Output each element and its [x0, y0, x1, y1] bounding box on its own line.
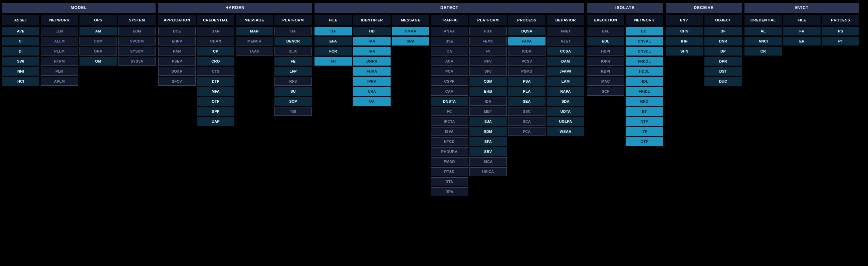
cell-cts[interactable]: CTS — [197, 67, 235, 76]
cell-uap[interactable]: UAP — [197, 117, 235, 126]
cell-dnsdl[interactable]: DNSDL — [626, 47, 663, 56]
cell-ps[interactable]: PS — [822, 27, 859, 35]
cell-dtp[interactable]: DTP — [197, 77, 235, 86]
cell-rapa[interactable]: RAPA — [547, 87, 584, 96]
cell-scf[interactable]: SCF — [587, 87, 624, 96]
column-header[interactable]: FILE — [314, 15, 352, 25]
cell-da[interactable]: DA — [314, 27, 352, 35]
cell-pfv[interactable]: PFV — [469, 57, 507, 65]
cell-sysva[interactable]: SYSVA — [118, 57, 156, 65]
cell-fapa[interactable]: FAPA — [508, 37, 546, 46]
cell-ntf[interactable]: NTF — [626, 117, 663, 126]
cell-er[interactable]: ER — [783, 37, 820, 46]
cell-sica[interactable]: SICA — [469, 157, 507, 166]
cell-pla[interactable]: PLA — [508, 87, 546, 96]
cell-fv[interactable]: FV — [469, 47, 507, 56]
cell-pca[interactable]: PCA — [431, 67, 468, 76]
cell-ntpm[interactable]: NTPM — [41, 57, 78, 65]
cell-psep[interactable]: PSEP — [158, 57, 196, 65]
column-header[interactable]: SYSTEM — [118, 15, 156, 25]
cell-usica[interactable]: USICA — [469, 167, 507, 176]
cell-sda[interactable]: SDA — [547, 97, 584, 106]
cell-al[interactable]: AL — [744, 27, 782, 35]
cell-shn[interactable]: SHN — [666, 47, 703, 56]
cell-efa[interactable]: EFA — [314, 37, 352, 46]
cell-smra[interactable]: SMRA — [392, 27, 429, 35]
cell-nni[interactable]: NNI — [2, 67, 39, 76]
cell-allm[interactable]: ALLM — [41, 37, 78, 46]
cell-sfcv[interactable]: SFCV — [158, 77, 196, 86]
cell-osm[interactable]: OSM — [469, 77, 507, 86]
cell-svcdm[interactable]: SVCDM — [118, 37, 156, 46]
cell-edl[interactable]: EDL — [587, 37, 624, 46]
group-header[interactable]: HARDEN — [158, 3, 312, 13]
cell-eal[interactable]: EAL — [587, 27, 624, 35]
cell-odm[interactable]: ODM — [80, 37, 117, 46]
column-header[interactable]: PROCESS — [508, 15, 546, 25]
cell-taan[interactable]: TAAN — [236, 47, 273, 56]
cell-om[interactable]: OM — [80, 57, 117, 65]
cell-fr[interactable]: FR — [783, 27, 820, 35]
cell-rpa[interactable]: RPA — [431, 187, 468, 196]
cell-dpr[interactable]: DPR — [705, 57, 742, 65]
cell-otp[interactable]: OTP — [197, 97, 235, 106]
cell-sfv[interactable]: SFV — [469, 67, 507, 76]
cell-fba[interactable]: FBA — [469, 27, 507, 35]
cell-fc[interactable]: FC — [431, 107, 468, 116]
cell-dnsal[interactable]: DNSAL — [626, 37, 663, 46]
cell-dam[interactable]: DAM — [547, 57, 584, 65]
cell-cro[interactable]: CRO — [197, 57, 235, 65]
cell-ntcd[interactable]: NTCD — [431, 137, 468, 146]
cell-dp[interactable]: DP — [705, 47, 742, 56]
cell-dencr[interactable]: DENCR — [274, 37, 312, 46]
cell-ave[interactable]: AVE — [2, 27, 39, 35]
column-header[interactable]: NETWORK — [41, 15, 78, 25]
cell-rrd[interactable]: RRD — [626, 97, 663, 106]
cell-otf[interactable]: OTF — [626, 137, 663, 146]
cell-cr[interactable]: CR — [744, 47, 782, 56]
cell-fhra[interactable]: FHRA — [353, 67, 391, 76]
cell-hddl[interactable]: HDDL — [626, 67, 663, 76]
cell-ora[interactable]: ORA — [80, 47, 117, 56]
cell-psa[interactable]: PSA — [508, 77, 546, 86]
cell-ban[interactable]: BAN — [197, 27, 235, 35]
cell-phdura[interactable]: PHDURA — [431, 147, 468, 156]
cell-aca[interactable]: ACA — [431, 57, 468, 65]
cell-sdm[interactable]: SDM — [469, 127, 507, 136]
cell-isva[interactable]: ISVA — [431, 127, 468, 136]
cell-chn[interactable]: CHN — [666, 27, 703, 35]
cell-ira[interactable]: IRA — [353, 47, 391, 56]
column-header[interactable]: FILE — [783, 15, 820, 25]
cell-dnsta[interactable]: DNSTA — [431, 97, 468, 106]
cell-ba[interactable]: BA — [274, 27, 312, 35]
column-header[interactable]: ENV. — [666, 15, 703, 25]
cell-pcsv[interactable]: PCSV — [508, 57, 546, 65]
cell-dlic[interactable]: DLIC — [274, 47, 312, 56]
cell-spp[interactable]: SPP — [197, 107, 235, 116]
cell-mac[interactable]: MAC — [587, 77, 624, 86]
cell-mencr[interactable]: MENCR — [236, 37, 273, 46]
cell-di[interactable]: DI — [2, 47, 39, 56]
cell-iaa[interactable]: IAA — [353, 37, 391, 46]
cell-sca[interactable]: SCA — [508, 117, 546, 126]
cell-icba[interactable]: ICBA — [508, 47, 546, 56]
cell-tbi[interactable]: TBI — [274, 107, 312, 116]
cell-cspp[interactable]: CSPP — [431, 77, 468, 86]
cell-ehb[interactable]: EHB — [469, 87, 507, 96]
cell-su[interactable]: SU — [274, 87, 312, 96]
column-header[interactable]: EXECUTION — [587, 15, 624, 25]
column-header[interactable]: PROCESS — [822, 15, 859, 25]
cell-hd[interactable]: HD — [353, 27, 391, 35]
column-header[interactable]: NETWORK — [626, 15, 663, 25]
cell-llm[interactable]: LLM — [41, 27, 78, 35]
cell-femc[interactable]: FEMC — [469, 37, 507, 46]
cell-am[interactable]: AM — [80, 27, 117, 35]
cell-ca[interactable]: CA — [431, 47, 468, 56]
group-header[interactable]: DETECT — [314, 3, 584, 13]
cell-rtsd[interactable]: RTSD — [431, 167, 468, 176]
column-header[interactable]: CREDENTIAL — [744, 15, 782, 25]
cell-cp[interactable]: CP — [197, 47, 235, 56]
cell-azet[interactable]: AZET — [547, 37, 584, 46]
cell-man[interactable]: MAN — [236, 27, 273, 35]
cell-plm[interactable]: PLM — [41, 67, 78, 76]
